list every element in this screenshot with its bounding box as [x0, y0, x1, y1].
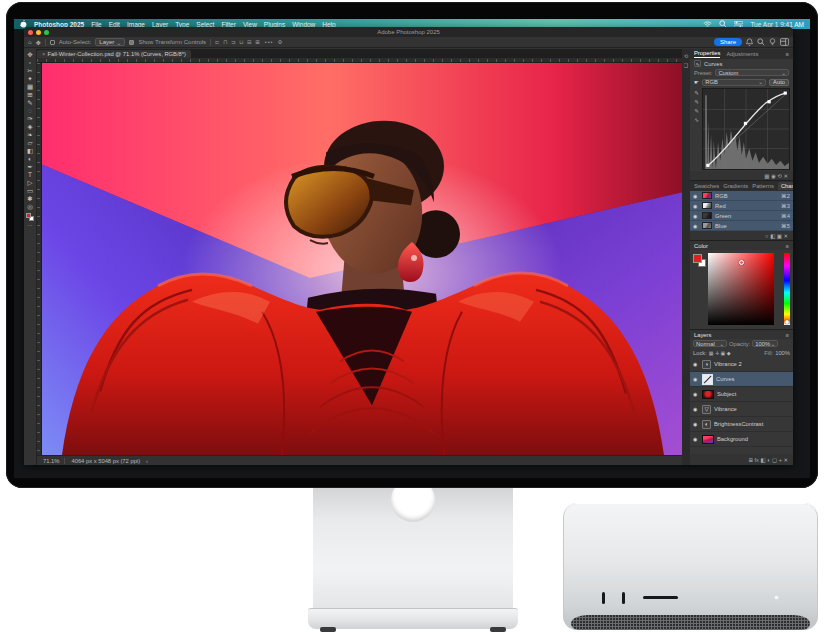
pen-tool[interactable]: ✒	[27, 163, 32, 170]
lasso-tool[interactable]: ✂	[27, 67, 32, 74]
auto-select-dropdown[interactable]: Layer⌄	[95, 38, 125, 46]
close-tab-icon[interactable]: ×	[42, 51, 45, 57]
zoom-tool[interactable]: ◎	[27, 203, 33, 210]
zoom-level[interactable]: 71.1%	[43, 458, 65, 464]
tab-swatches[interactable]: Swatches	[694, 183, 719, 189]
hue-slider[interactable]	[784, 253, 790, 325]
layer-row-background[interactable]: ◉ Background	[690, 432, 793, 447]
visibility-eye-icon[interactable]: ◉	[693, 361, 699, 367]
fill-value[interactable]: 100%	[775, 350, 790, 356]
brush-tool[interactable]: ✑	[27, 115, 32, 122]
fg-bg-swatches[interactable]	[693, 254, 706, 267]
options-bar: ⌂ ✥ Auto-Select: Layer⌄ Show Transform C…	[24, 37, 793, 48]
clone-stamp-tool[interactable]: ◈	[28, 123, 33, 130]
more-options-icon[interactable]: •••	[265, 39, 274, 45]
history-icon[interactable]: ⟲	[684, 53, 688, 59]
notifications-bell-icon[interactable]	[746, 38, 753, 46]
layers-footer-icons[interactable]: ⊞ fx ◧ ◐ ▢ + ✕	[690, 454, 793, 465]
quick-select-tool[interactable]: ✦	[27, 75, 32, 82]
eyedropper-tool[interactable]: ✎	[27, 99, 32, 106]
curves-footer-icons[interactable]: ▦ ◉ ⟲ ✕	[690, 171, 793, 180]
status-chevron-icon[interactable]: ›	[146, 458, 148, 464]
channel-row-rgb[interactable]: ◉ RGB ⌘2	[690, 191, 793, 201]
opacity-dropdown[interactable]: 100%⌄	[752, 340, 778, 347]
white-point-eyedropper-icon[interactable]: ✎	[694, 108, 699, 114]
color-panel-header[interactable]: Color ≡	[690, 241, 793, 250]
gray-point-eyedropper-icon[interactable]: ✎	[694, 99, 699, 105]
lock-buttons[interactable]: ▦ ✛ ▣ ◆	[709, 350, 731, 356]
dodge-tool[interactable]: ◐	[28, 155, 32, 162]
path-select-tool[interactable]: ▷	[28, 179, 33, 186]
foreground-color[interactable]	[26, 213, 31, 218]
channel-dropdown[interactable]: RGB⌄	[702, 79, 766, 86]
home-icon[interactable]: ⌂	[28, 39, 32, 45]
shape-tool[interactable]: ▭	[27, 187, 33, 194]
tab-channels[interactable]: Channels	[778, 182, 793, 190]
background-layer-thumbnail	[702, 435, 714, 444]
toolbar-extra-icons[interactable]: ⋯	[28, 222, 33, 229]
color-swatches[interactable]	[26, 213, 34, 221]
document-tab[interactable]: × Fall-Winter-Collection.psd @ 71.1% (Cu…	[37, 50, 191, 58]
comments-icon[interactable]: ❑	[684, 62, 688, 68]
hue-cursor[interactable]	[785, 320, 789, 324]
curves-graph[interactable]	[702, 88, 790, 170]
healing-tool[interactable]: ◌	[28, 107, 32, 114]
panel-menu-icon[interactable]: ≡	[786, 243, 789, 249]
visibility-eye-icon[interactable]: ◉	[693, 436, 699, 442]
color-field-cursor[interactable]	[739, 260, 744, 265]
canvas[interactable]	[37, 63, 682, 455]
layer-row-vibrance[interactable]: ◉ ▽ Vibrance	[690, 402, 793, 417]
show-transform-checkbox[interactable]	[129, 40, 134, 45]
visibility-eye-icon[interactable]: ◉	[693, 193, 699, 199]
type-tool[interactable]: T	[28, 171, 32, 178]
layer-row-subject[interactable]: ◉ Subject	[690, 387, 793, 402]
move-tool[interactable]: ✥	[27, 51, 32, 58]
preset-dropdown[interactable]: Custom⌄	[715, 69, 789, 76]
search-icon[interactable]	[757, 38, 765, 46]
channels-footer-icons[interactable]: ○ ◧ ▣ ✕	[690, 231, 793, 240]
eraser-tool[interactable]: ▱	[28, 139, 33, 146]
channel-row-red[interactable]: ◉ Red ⌘3	[690, 201, 793, 211]
visibility-eye-icon[interactable]: ◉	[693, 391, 699, 397]
align-buttons[interactable]: ⊏ ⊓ ⊐ ⊔ ⊟ ⊞	[215, 39, 261, 45]
layer-row-vibrance2[interactable]: ◉ ◑ Vibrance 2	[690, 357, 793, 372]
black-point-eyedropper-icon[interactable]: ✎	[694, 90, 699, 96]
visibility-eye-icon[interactable]: ◉	[693, 406, 699, 412]
visibility-eye-icon[interactable]: ◉	[693, 223, 699, 229]
share-button[interactable]: Share	[714, 38, 742, 46]
panel-menu-icon[interactable]: ≡	[786, 332, 789, 338]
visibility-eye-icon[interactable]: ◉	[693, 376, 699, 382]
hand-tool[interactable]: ✱	[27, 195, 32, 202]
channel-row-blue[interactable]: ◉ Blue ⌘5	[690, 221, 793, 231]
curve-pencil-icon[interactable]: ∿	[694, 117, 699, 123]
curves-layer-thumbnail[interactable]	[702, 374, 713, 385]
tab-patterns[interactable]: Patterns	[752, 183, 774, 189]
tab-adjustments[interactable]: Adjustments	[726, 51, 758, 57]
gradient-tool[interactable]: ◧	[27, 147, 33, 154]
window-title-bar[interactable]: Adobe Photoshop 2025	[24, 27, 793, 37]
channel-row-green[interactable]: ◉ Green ⌘4	[690, 211, 793, 221]
marquee-tool[interactable]: ▫	[29, 59, 31, 66]
lightbulb-icon[interactable]	[769, 38, 776, 46]
auto-select-checkbox[interactable]	[50, 40, 55, 45]
auto-button[interactable]: Auto	[769, 79, 789, 86]
tab-gradients[interactable]: Gradients	[723, 183, 748, 189]
layers-panel-header[interactable]: Layers ≡	[690, 330, 793, 339]
panel-menu-icon[interactable]: ≡	[786, 51, 789, 57]
targeted-adjustment-icon[interactable]: ☛	[694, 79, 699, 85]
visibility-eye-icon[interactable]: ◉	[693, 213, 699, 219]
frame-tool[interactable]: ⊞	[27, 91, 32, 98]
crop-tool[interactable]: ▦	[27, 83, 33, 90]
layer-row-curves[interactable]: ◉ Curves	[690, 372, 793, 387]
history-brush-tool[interactable]: ❧	[27, 131, 32, 138]
move-tool-icon[interactable]: ✥	[36, 39, 41, 46]
gear-icon[interactable]: ⚙	[278, 39, 284, 45]
blend-mode-dropdown[interactable]: Normal⌄	[693, 340, 727, 347]
color-picker[interactable]	[690, 250, 793, 329]
tab-properties[interactable]: Properties	[694, 50, 720, 58]
visibility-eye-icon[interactable]: ◉	[693, 421, 699, 427]
visibility-eye-icon[interactable]: ◉	[693, 203, 699, 209]
layer-row-brightness-contrast[interactable]: ◉ ◐ BrightnessContrast	[690, 417, 793, 432]
foreground-color[interactable]	[693, 254, 702, 263]
workspace-switcher-icon[interactable]	[780, 38, 789, 46]
